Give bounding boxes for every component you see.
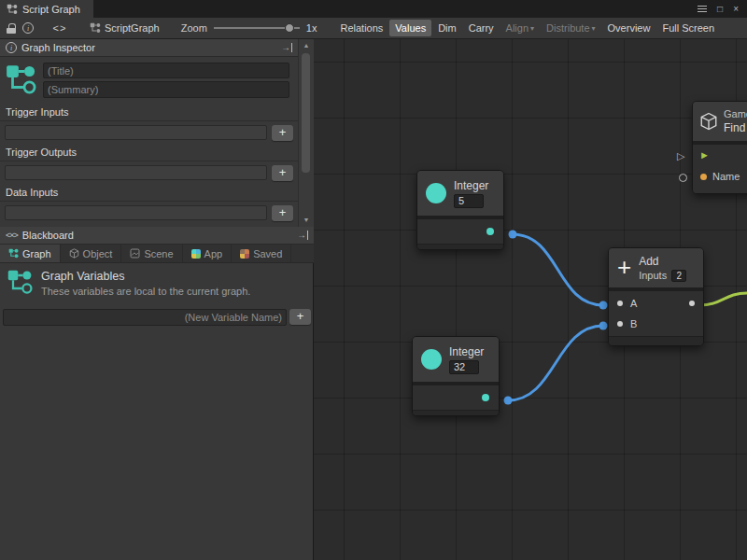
inputs-count-field[interactable]: 2 [671, 270, 686, 282]
node-body [417, 219, 503, 244]
node-header[interactable]: + Add Inputs 2 [609, 248, 703, 291]
new-variable-name-input[interactable] [3, 309, 287, 326]
integer-value-field[interactable]: 32 [449, 360, 479, 374]
output-port[interactable] [689, 301, 695, 306]
toolbar-buttons: Relations Values Dim Carry Align ▾ Distr… [334, 20, 720, 36]
saved-tab-icon [240, 249, 249, 259]
inspector-scrollbar[interactable]: ▲ ▼ [298, 39, 314, 227]
port-b-label: B [630, 318, 637, 329]
name-input-port[interactable] [700, 174, 707, 180]
section-divider [0, 201, 298, 202]
output-port[interactable] [482, 394, 489, 401]
node-integer-5[interactable]: Integer 5 [416, 170, 504, 250]
port-name-label: Name [712, 171, 740, 182]
script-graph-asset-icon [90, 22, 101, 34]
graph-canvas[interactable]: Integer 5 Integer 32 [314, 39, 747, 560]
inspector-title: Graph Inspector [21, 42, 95, 53]
inputs-label: Inputs [639, 270, 667, 281]
dim-button[interactable]: Dim [432, 20, 462, 36]
full-screen-button[interactable]: Full Screen [656, 20, 720, 36]
add-node-icon: + [617, 255, 631, 279]
graph-summary-input[interactable] [43, 81, 289, 98]
data-input-port-icon[interactable] [679, 174, 687, 182]
tab-scene-label: Scene [144, 248, 173, 259]
wire-integer5-to-add-a[interactable] [513, 234, 603, 305]
trigger-outputs-add-button[interactable]: + [272, 165, 293, 181]
window-menu-icon[interactable] [698, 6, 707, 12]
input-port-b[interactable] [617, 321, 623, 327]
node-subtitle: Game Object [724, 108, 747, 119]
trigger-outputs-label: Trigger Outputs [6, 147, 77, 158]
collapse-panel-icon[interactable]: → [281, 43, 292, 52]
graph-toolbar: i <> ScriptGraph Zoom 1x Relations Value… [0, 18, 747, 39]
node-title: Add [639, 255, 686, 268]
graph-asset-chip[interactable]: ScriptGraph [90, 22, 160, 34]
script-graph-window: Script Graph □ × i <> ScriptGraph Zoom 1… [0, 0, 747, 560]
app-tab-icon [191, 249, 201, 259]
wire-endpoint[interactable] [504, 397, 513, 405]
flow-output-port-icon[interactable]: ► [699, 149, 710, 161]
tab-graph-label: Graph [22, 248, 51, 259]
carry-button[interactable]: Carry [463, 20, 500, 36]
caret-down-icon: ▾ [530, 24, 534, 33]
node-header[interactable]: Integer 32 [413, 337, 499, 385]
node-gameobject-find[interactable]: Game Object Find ► Name [692, 101, 747, 194]
tab-script-graph[interactable]: Script Graph [0, 0, 93, 18]
node-footer [413, 410, 499, 415]
output-port[interactable] [486, 228, 494, 235]
wire-endpoint[interactable] [599, 322, 608, 330]
tab-object[interactable]: Object [61, 245, 122, 262]
window-controls: □ × [698, 0, 747, 18]
section-divider [0, 120, 298, 121]
trigger-inputs-add-button[interactable]: + [272, 125, 293, 141]
wire-add-output[interactable] [699, 293, 747, 305]
trigger-outputs-list[interactable] [5, 165, 267, 180]
graph-type-icon [5, 63, 36, 95]
node-title: Integer [449, 345, 484, 358]
integer-value-field[interactable]: 5 [454, 194, 484, 208]
input-port-a[interactable] [617, 301, 623, 306]
scroll-down-icon[interactable]: ▼ [299, 217, 314, 223]
values-button[interactable]: Values [389, 20, 431, 36]
trigger-inputs-list[interactable] [5, 125, 267, 140]
script-graph-icon [7, 4, 18, 15]
data-inputs-add-button[interactable]: + [272, 205, 293, 221]
node-title: Find [724, 121, 747, 134]
graph-title-input[interactable] [43, 63, 289, 78]
zoom-label: Zoom [181, 22, 207, 34]
tab-title: Script Graph [22, 4, 80, 15]
lock-icon[interactable] [7, 23, 16, 34]
overview-button[interactable]: Overview [602, 20, 656, 36]
object-tab-icon [69, 248, 79, 259]
relations-button[interactable]: Relations [334, 20, 388, 36]
node-add[interactable]: + Add Inputs 2 A B [608, 247, 704, 346]
tab-graph[interactable]: Graph [0, 245, 61, 262]
wire-endpoint[interactable] [599, 301, 608, 310]
maximize-icon[interactable]: □ [717, 5, 723, 14]
tab-app[interactable]: App [183, 245, 233, 262]
add-variable-button[interactable]: + [289, 309, 311, 325]
distribute-button[interactable]: Distribute ▾ [541, 20, 600, 36]
tab-object-label: Object [83, 248, 113, 259]
graph-variables-description: These variables are local to the current… [41, 286, 250, 297]
edit-code-button[interactable]: <> [40, 22, 79, 34]
tab-saved[interactable]: Saved [232, 245, 291, 262]
scroll-up-icon[interactable]: ▲ [299, 42, 314, 49]
wire-integer32-to-add-b[interactable] [508, 326, 603, 400]
zoom-slider-knob[interactable] [285, 23, 294, 33]
inspector-info-icon: i [6, 42, 17, 53]
node-integer-32[interactable]: Integer 32 [412, 336, 500, 416]
trigger-input-port-icon[interactable]: ▷ [677, 150, 684, 162]
tab-scene[interactable]: Scene [121, 245, 182, 262]
wire-endpoint[interactable] [509, 231, 517, 239]
graph-asset-name: ScriptGraph [105, 22, 160, 34]
node-header[interactable]: Integer 5 [417, 171, 503, 219]
zoom-slider[interactable] [214, 22, 300, 34]
node-header[interactable]: Game Object Find [693, 102, 747, 145]
collapse-panel-icon[interactable]: → [297, 231, 308, 240]
info-icon[interactable]: i [22, 22, 34, 34]
scrollbar-thumb[interactable] [302, 53, 310, 173]
data-inputs-list[interactable] [5, 205, 267, 220]
align-button[interactable]: Align ▾ [500, 20, 540, 36]
close-icon[interactable]: × [733, 5, 739, 14]
